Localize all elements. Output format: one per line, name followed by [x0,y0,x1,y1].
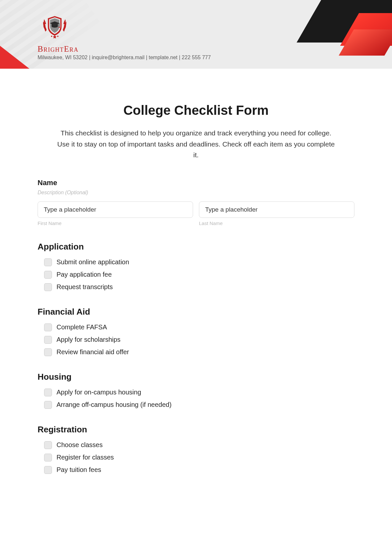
checkbox[interactable] [44,323,52,331]
checklist-item: Complete FAFSA [38,323,354,331]
svg-point-3 [57,36,58,37]
checklist-item: Pay application fee [38,271,354,279]
checklist-item: Register for classes [38,454,354,461]
checkbox[interactable] [44,466,52,474]
checklist-section: RegistrationChoose classesRegister for c… [38,425,354,474]
corner-shapes-decoration [297,0,392,69]
svg-rect-0 [59,23,59,27]
last-name-input[interactable] [199,201,354,218]
checklist-item-label: Review financial aid offer [57,348,129,356]
checklist-item: Apply for scholarships [38,336,354,344]
brand-contact: Milwaukee, WI 53202 | inquire@brightera.… [38,55,211,61]
checklist-section: HousingApply for on-campus housingArrang… [38,372,354,409]
checkbox[interactable] [44,348,52,356]
name-description: Description (Optional) [38,190,354,196]
checkbox[interactable] [44,283,52,291]
checklist-item: Arrange off-campus housing (if needed) [38,401,354,409]
section-heading: Registration [38,425,354,435]
checklist-item-label: Pay application fee [57,271,112,278]
checkbox[interactable] [44,271,52,279]
checklist-item-label: Apply for scholarships [57,336,121,343]
section-heading: Housing [38,372,354,382]
svg-point-1 [59,27,60,28]
checklist-item-label: Register for classes [57,454,114,461]
checkbox[interactable] [44,336,52,344]
checkbox[interactable] [44,441,52,449]
red-triangle-decoration [0,46,29,69]
first-name-sublabel: First Name [38,220,193,226]
section-heading: Financial Aid [38,307,354,317]
last-name-sublabel: Last Name [199,220,354,226]
checklist-item-label: Submit online application [57,258,129,266]
checklist-item: Request transcripts [38,283,354,291]
form-content: College Checklist Form This checklist is… [0,69,392,498]
checklist-item: Submit online application [38,258,354,266]
checkbox[interactable] [44,454,52,461]
checklist-item-label: Choose classes [57,441,103,449]
form-intro: This checklist is designed to help you o… [56,128,336,161]
checkbox[interactable] [44,258,52,266]
checklist-item: Apply for on-campus housing [38,389,354,396]
checkbox[interactable] [44,401,52,409]
section-heading: Application [38,242,354,252]
form-title: College Checklist Form [38,103,354,118]
checklist-section: Financial AidComplete FAFSAApply for sch… [38,307,354,356]
header-banner: BrightEra Milwaukee, WI 53202 | inquire@… [0,0,392,69]
checklist-item: Pay tuition fees [38,466,354,474]
checklist-item-label: Pay tuition fees [57,466,101,474]
checklist-item: Review financial aid offer [38,348,354,356]
name-label: Name [38,179,354,187]
checklist-item-label: Complete FAFSA [57,323,107,331]
brand-block: BrightEra Milwaukee, WI 53202 | inquire@… [38,11,211,61]
brand-logo-icon [39,11,70,43]
svg-point-2 [51,36,52,37]
checklist-item-label: Request transcripts [57,283,113,291]
checkbox[interactable] [44,389,52,396]
checklist-item-label: Arrange off-campus housing (if needed) [57,401,172,408]
checklist-section: ApplicationSubmit online applicationPay … [38,242,354,291]
brand-name: BrightEra [38,44,211,54]
first-name-input[interactable] [38,201,193,218]
checklist-item: Choose classes [38,441,354,449]
name-field-group: Name Description (Optional) First Name L… [38,179,354,226]
checklist-item-label: Apply for on-campus housing [57,389,141,396]
